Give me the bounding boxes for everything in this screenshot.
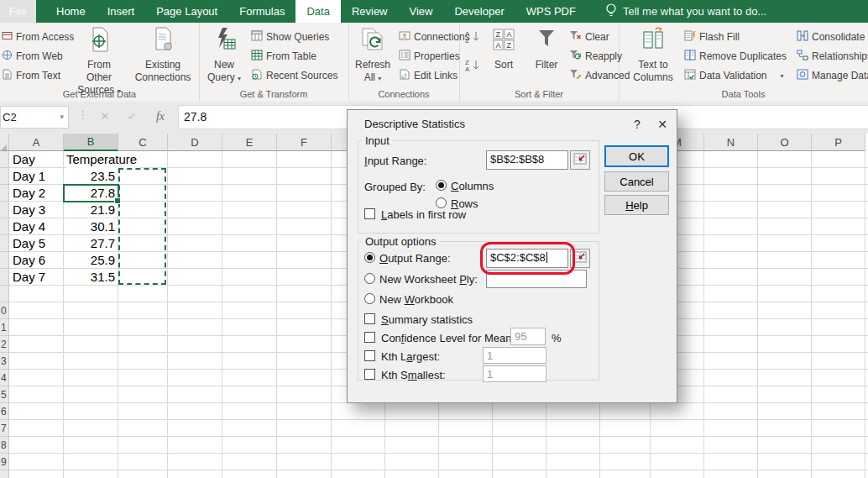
kth-smallest-checkbox[interactable] <box>364 369 375 380</box>
kth-largest-checkbox[interactable] <box>364 350 375 361</box>
cell-A5[interactable]: Day 4 <box>10 218 65 235</box>
row-header-partial-12[interactable]: 2 <box>1 336 8 353</box>
input-range-picker-button[interactable] <box>570 150 590 170</box>
text-to-columns-button[interactable]: Text to Columns <box>629 24 677 97</box>
tab-page-layout[interactable]: Page Layout <box>145 0 228 23</box>
cell-B7[interactable]: 25.9 <box>64 252 118 269</box>
kth-smallest-label[interactable]: Kth Smallest: <box>381 369 446 382</box>
tab-formulas[interactable]: Formulas <box>228 0 295 23</box>
tab-view[interactable]: View <box>399 0 444 23</box>
rows-radio[interactable] <box>436 197 447 208</box>
row-header-partial-13[interactable]: 3 <box>1 353 8 370</box>
new-workbook-label[interactable]: New Workbook <box>379 293 453 307</box>
summary-statistics-checkbox[interactable] <box>364 313 375 324</box>
enter-entry-button[interactable]: ✓ <box>121 106 143 127</box>
col-header-D[interactable]: D <box>168 134 222 151</box>
cancel-button[interactable]: Cancel <box>604 171 669 192</box>
row-header-partial-18[interactable]: 8 <box>1 437 8 454</box>
ok-button[interactable]: OK <box>604 145 669 167</box>
dialog-help-icon[interactable]: ? <box>625 113 649 135</box>
tell-me-box[interactable]: Tell me what you want to do... <box>605 0 766 23</box>
col-header-A[interactable]: A <box>9 134 64 151</box>
new-worksheet-ply-label[interactable]: New Worksheet Ply: <box>379 273 478 286</box>
insert-function-button[interactable]: fx <box>149 106 171 127</box>
output-range-label[interactable]: Output Range: <box>379 252 451 265</box>
output-range-picker-button[interactable] <box>570 249 590 268</box>
col-header-E[interactable]: E <box>222 134 277 151</box>
row-header-partial-14[interactable]: 4 <box>1 370 8 386</box>
cell-B5[interactable]: 30.1 <box>64 218 118 235</box>
col-header-O[interactable]: O <box>758 134 812 151</box>
consolidate-button[interactable]: Consolidate <box>797 29 865 45</box>
row-header-partial-17[interactable]: 7 <box>1 420 8 437</box>
help-button[interactable]: Help <box>604 195 669 215</box>
sort-ascending-button[interactable]: AZ <box>464 29 481 46</box>
sort-button[interactable]: ZAAZ Sort <box>484 24 523 97</box>
labels-first-row-checkbox[interactable] <box>364 208 375 219</box>
columns-radio[interactable] <box>436 180 447 191</box>
cell-B4[interactable]: 21.9 <box>64 202 118 218</box>
cell-A8[interactable]: Day 7 <box>10 269 65 286</box>
cell-B6[interactable]: 27.7 <box>64 235 118 252</box>
tab-insert[interactable]: Insert <box>97 0 146 23</box>
new-query-button[interactable]: New Query ▾ <box>202 24 246 97</box>
from-access-button[interactable]: From Access <box>2 29 74 45</box>
from-text-button[interactable]: From Text <box>2 67 60 84</box>
from-table-button[interactable]: From Table <box>251 48 316 65</box>
kth-largest-label[interactable]: Kth Largest: <box>381 350 440 364</box>
tab-file[interactable]: File <box>0 0 36 23</box>
kth-largest-field[interactable]: 1 <box>483 347 546 364</box>
existing-connections-button[interactable]: Existing Connections <box>131 24 195 97</box>
confidence-level-field[interactable]: 95 <box>510 328 546 345</box>
sort-descending-button[interactable]: ZA <box>464 58 481 75</box>
clear-button[interactable]: Clear <box>569 29 609 45</box>
properties-button[interactable]: Properties <box>399 48 460 65</box>
col-header-P[interactable]: P <box>812 134 865 151</box>
cell-A6[interactable]: Day 5 <box>10 235 65 252</box>
tab-home[interactable]: Home <box>45 0 97 23</box>
show-queries-button[interactable]: Show Queries <box>251 29 329 45</box>
labels-first-row-label[interactable]: Labels in first row <box>381 208 466 222</box>
confidence-level-checkbox[interactable] <box>364 332 375 343</box>
data-validation-button[interactable]: Data Validation ▾ <box>684 67 784 84</box>
row-header-partial-15[interactable]: 5 <box>1 386 8 403</box>
from-web-button[interactable]: From Web <box>2 48 63 65</box>
summary-statistics-label[interactable]: Summary statistics <box>381 313 473 327</box>
cell-B8[interactable]: 31.5 <box>64 269 118 286</box>
cell-A7[interactable]: Day 6 <box>10 252 65 269</box>
cell-A1[interactable]: Day <box>10 151 65 168</box>
tab-developer[interactable]: Developer <box>443 0 515 23</box>
col-header-F[interactable]: F <box>277 134 332 151</box>
cell-B1[interactable]: Temperature <box>66 151 139 168</box>
formula-bar-splitter[interactable]: ⋮ <box>77 108 88 121</box>
col-header-N[interactable]: N <box>704 134 758 151</box>
input-range-field[interactable]: $B$2:$B$8 <box>486 150 568 170</box>
new-worksheet-ply-radio[interactable] <box>364 273 375 284</box>
from-other-sources-button[interactable]: From Other Sources ▾ <box>74 24 124 97</box>
new-worksheet-ply-field[interactable] <box>486 270 587 288</box>
row-header-partial-11[interactable]: 1 <box>1 319 8 336</box>
cancel-entry-button[interactable]: ✕ <box>94 106 116 127</box>
col-header-B[interactable]: B <box>64 134 118 151</box>
name-box-dropdown-icon[interactable]: ▾ <box>60 107 64 128</box>
dialog-close-icon[interactable]: ✕ <box>651 113 674 135</box>
filter-button[interactable]: Filter <box>526 24 567 97</box>
col-header-C[interactable]: C <box>118 134 168 151</box>
confidence-level-label[interactable]: Confidence Level for Mean: <box>381 332 515 345</box>
name-box[interactable]: C2 ▾ <box>0 106 69 129</box>
row-header-partial-10[interactable]: 0 <box>1 302 8 319</box>
tab-wps-pdf[interactable]: WPS PDF <box>515 0 587 23</box>
columns-radio-label[interactable]: Columns <box>451 180 494 193</box>
refresh-all-button[interactable]: Refresh All ▾ <box>350 24 395 97</box>
tab-data[interactable]: Data <box>295 0 340 23</box>
relationships-button[interactable]: Relationships <box>797 48 868 65</box>
select-all-corner[interactable] <box>0 134 9 151</box>
output-range-field[interactable]: $C$2:$C$8 <box>486 249 568 268</box>
fill-handle[interactable] <box>114 197 121 204</box>
flash-fill-button[interactable]: Flash Fill <box>684 29 740 45</box>
tab-review[interactable]: Review <box>341 0 399 23</box>
cell-A3[interactable]: Day 2 <box>10 185 65 202</box>
cell-B2[interactable]: 23.5 <box>64 168 118 185</box>
cell-A2[interactable]: Day 1 <box>10 168 65 185</box>
kth-smallest-field[interactable]: 1 <box>483 365 546 382</box>
